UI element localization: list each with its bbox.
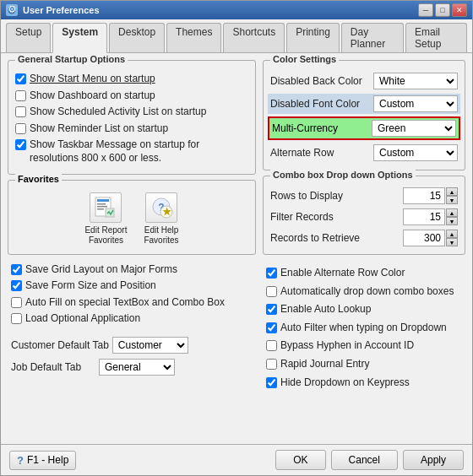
job-default-tab-row: Job Default Tab General — [11, 358, 253, 376]
multi-currency-select[interactable]: Green — [372, 120, 456, 137]
job-tab-select[interactable]: General — [99, 359, 175, 376]
option-save-grid: Save Grid Layout on Major Forms — [11, 262, 253, 279]
rows-to-display-label: Rows to Display — [270, 190, 372, 202]
records-to-retrieve-input[interactable] — [403, 230, 445, 246]
left-panel: General Startup Options Show Start Menu … — [8, 60, 256, 437]
extra-options: Save Grid Layout on Major Forms Save For… — [8, 260, 256, 329]
disabled-back-label: Disabled Back Color — [270, 75, 372, 87]
rows-down-btn[interactable]: ▼ — [446, 196, 458, 204]
close-button[interactable]: ✕ — [452, 3, 467, 17]
multi-currency-row: Multi-Currency Green — [268, 116, 460, 140]
rows-to-display-input[interactable] — [403, 187, 445, 204]
filter-records-row: Filter Records ▲ ▼ — [270, 208, 458, 226]
startup-checkbox-0[interactable] — [15, 73, 26, 84]
main-content: General Startup Options Show Start Menu … — [1, 53, 472, 444]
apply-button[interactable]: Apply — [403, 450, 464, 470]
records-to-retrieve-row: Records to Retrieve ▲ ▼ — [270, 229, 458, 247]
enable-auto-lookup-checkbox[interactable] — [266, 304, 277, 315]
cancel-button[interactable]: Cancel — [331, 450, 398, 470]
rows-spinner-btns: ▲ ▼ — [446, 187, 458, 204]
rapid-journal-label: Rapid Journal Entry — [280, 358, 369, 371]
startup-label-1: Show Dashboard on startup — [30, 89, 155, 103]
retrieve-up-btn[interactable]: ▲ — [446, 230, 458, 238]
help-icon: ? ★ — [145, 192, 177, 223]
edit-help-favorites[interactable]: ? ★ Edit HelpFavorites — [144, 192, 178, 246]
help-button[interactable]: ? F1 - Help — [9, 451, 76, 470]
startup-checkbox-1[interactable] — [15, 90, 26, 101]
customer-default-tab-row: Customer Default Tab Customer — [11, 336, 253, 354]
minimize-button[interactable]: ─ — [418, 3, 433, 17]
filter-records-label: Filter Records — [270, 211, 372, 223]
hide-dropdown-label: Hide Dropdown on Keypress — [280, 376, 410, 390]
enable-auto-lookup-opt: Enable Auto Lookup — [266, 301, 462, 318]
startup-label-3: Show Reminder List on startup — [30, 122, 168, 136]
rows-to-display-row: Rows to Display ▲ ▼ — [270, 187, 458, 205]
window-icon: ⚙ — [6, 4, 18, 16]
disabled-font-label: Disabled Font Color — [270, 98, 372, 110]
startup-option-1: Show Dashboard on startup — [15, 88, 248, 105]
hide-dropdown-checkbox[interactable] — [266, 377, 277, 388]
help-label: F1 - Help — [27, 454, 68, 466]
auto-filter-checkbox[interactable] — [266, 322, 277, 333]
filter-up-btn[interactable]: ▲ — [446, 208, 458, 217]
auto-filter-label: Auto Filter when typing on Dropdown — [280, 322, 447, 335]
retrieve-spinner-btns: ▲ ▼ — [446, 230, 458, 246]
svg-text:⚙: ⚙ — [8, 6, 16, 14]
auto-dropdown-checkbox[interactable] — [266, 286, 277, 297]
alternate-row-select[interactable]: Custom — [373, 144, 458, 161]
job-tab-label: Job Default Tab — [11, 361, 95, 373]
filter-down-btn[interactable]: ▼ — [446, 217, 458, 225]
bypass-hyphen-checkbox[interactable] — [266, 340, 277, 351]
startup-checkbox-4[interactable] — [15, 139, 26, 150]
customer-tab-label: Customer Default Tab — [11, 339, 109, 351]
records-to-retrieve-spinner: ▲ ▼ — [403, 230, 458, 246]
filter-records-input[interactable] — [403, 208, 445, 225]
filter-records-spinner: ▲ ▼ — [403, 208, 458, 225]
startup-checkbox-3[interactable] — [15, 123, 26, 134]
records-to-retrieve-label: Records to Retrieve — [270, 232, 372, 244]
retrieve-down-btn[interactable]: ▼ — [446, 238, 458, 246]
save-form-checkbox[interactable] — [11, 280, 22, 291]
autofill-checkbox[interactable] — [11, 297, 22, 308]
disabled-font-select[interactable]: Custom — [373, 95, 458, 112]
right-panel: Color Settings Disabled Back Color White… — [263, 60, 465, 437]
color-settings-title: Color Settings — [270, 54, 339, 64]
auto-dropdown-opt: Automatically drop down combo boxes — [266, 284, 462, 300]
tab-desktop[interactable]: Desktop — [109, 23, 165, 52]
window-controls: ─ □ ✕ — [418, 3, 467, 17]
startup-checkbox-2[interactable] — [15, 106, 26, 117]
edit-report-favorites[interactable]: Edit ReportFavorites — [84, 192, 127, 246]
title-bar: ⚙ User Preferences ─ □ ✕ — [1, 1, 472, 19]
load-optional-checkbox[interactable] — [11, 313, 22, 324]
ok-button[interactable]: OK — [275, 450, 325, 470]
load-optional-label: Load Optional Application — [25, 312, 140, 326]
startup-label-0: Show Start Menu on startup — [30, 73, 155, 86]
customer-tab-select[interactable]: Customer — [112, 337, 188, 354]
maximize-button[interactable]: □ — [435, 3, 450, 17]
disabled-back-select[interactable]: White — [373, 73, 458, 89]
tab-themes[interactable]: Themes — [166, 23, 221, 52]
bottom-right-buttons: OK Cancel Apply — [275, 450, 464, 470]
tab-printing[interactable]: Printing — [286, 23, 340, 52]
save-grid-checkbox[interactable] — [11, 264, 22, 275]
enable-alt-row-opt: Enable Alternate Row Color — [266, 265, 462, 282]
alternate-row-label: Alternate Row — [270, 147, 372, 159]
help-circle-icon: ? — [17, 454, 24, 467]
tab-setup[interactable]: Setup — [6, 23, 51, 52]
tab-shortcuts[interactable]: Shortcuts — [223, 23, 285, 52]
check-options: Enable Alternate Row Color Automatically… — [263, 263, 465, 392]
multi-currency-label: Multi-Currency — [272, 122, 338, 134]
save-grid-label: Save Grid Layout on Major Forms — [25, 263, 177, 277]
enable-alt-row-checkbox[interactable] — [266, 268, 277, 279]
rapid-journal-checkbox[interactable] — [266, 359, 277, 370]
tab-system[interactable]: System — [52, 23, 107, 53]
startup-option-4: Show Taskbar Message on startup for reso… — [15, 137, 248, 166]
svg-rect-3 — [97, 199, 109, 202]
favorites-icons-row: Edit ReportFavorites ? ★ Edit HelpFavori… — [15, 186, 248, 247]
enable-alt-row-label: Enable Alternate Row Color — [280, 267, 405, 280]
disabled-back-color-row: Disabled Back Color White — [270, 71, 458, 91]
tab-email-setup[interactable]: Email Setup — [405, 23, 467, 52]
main-window: ⚙ User Preferences ─ □ ✕ Setup System De… — [0, 0, 473, 476]
tab-day-planner[interactable]: Day Planner — [341, 23, 404, 52]
rows-up-btn[interactable]: ▲ — [446, 187, 458, 196]
